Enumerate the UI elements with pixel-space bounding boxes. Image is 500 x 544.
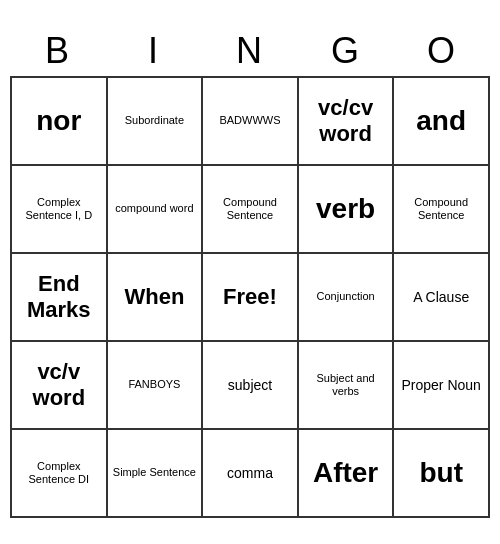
cell-text-r4-c4: but	[419, 456, 463, 490]
cell-r4-c3: After	[299, 430, 395, 518]
header-letter-i: I	[106, 26, 202, 76]
cell-r4-c0: Complex Sentence DI	[12, 430, 108, 518]
cell-r4-c1: Simple Sentence	[108, 430, 204, 518]
cell-text-r0-c1: Subordinate	[125, 114, 184, 127]
cell-r2-c3: Conjunction	[299, 254, 395, 342]
cell-r3-c0: vc/v word	[12, 342, 108, 430]
cell-text-r4-c2: comma	[227, 465, 273, 482]
cell-r4-c2: comma	[203, 430, 299, 518]
cell-r3-c1: FANBOYS	[108, 342, 204, 430]
bingo-card: BINGO norSubordinateBADWWWSvc/cv wordand…	[10, 26, 490, 518]
cell-r1-c0: Complex Sentence I, D	[12, 166, 108, 254]
cell-r3-c2: subject	[203, 342, 299, 430]
cell-r0-c1: Subordinate	[108, 78, 204, 166]
cell-text-r3-c2: subject	[228, 377, 272, 394]
header-letter-o: O	[394, 26, 490, 76]
cell-text-r3-c0: vc/v word	[16, 359, 102, 412]
cell-text-r0-c2: BADWWWS	[219, 114, 280, 127]
cell-text-r0-c4: and	[416, 104, 466, 138]
cell-text-r0-c0: nor	[36, 104, 81, 138]
cell-text-r4-c0: Complex Sentence DI	[16, 460, 102, 486]
cell-r0-c3: vc/cv word	[299, 78, 395, 166]
cell-text-r2-c2: Free!	[223, 284, 277, 310]
cell-text-r4-c3: After	[313, 456, 378, 490]
cell-text-r4-c1: Simple Sentence	[113, 466, 196, 479]
cell-text-r1-c4: Compound Sentence	[398, 196, 484, 222]
cell-r4-c4: but	[394, 430, 490, 518]
cell-text-r1-c1: compound word	[115, 202, 193, 215]
cell-r1-c4: Compound Sentence	[394, 166, 490, 254]
cell-r2-c0: End Marks	[12, 254, 108, 342]
cell-text-r3-c4: Proper Noun	[401, 377, 480, 394]
cell-text-r3-c3: Subject and verbs	[303, 372, 389, 398]
header-letter-b: B	[10, 26, 106, 76]
cell-text-r1-c0: Complex Sentence I, D	[16, 196, 102, 222]
cell-r0-c2: BADWWWS	[203, 78, 299, 166]
header-letter-n: N	[202, 26, 298, 76]
header-letter-g: G	[298, 26, 394, 76]
cell-r0-c0: nor	[12, 78, 108, 166]
cell-r0-c4: and	[394, 78, 490, 166]
cell-r1-c1: compound word	[108, 166, 204, 254]
cell-text-r1-c3: verb	[316, 192, 375, 226]
cell-r3-c3: Subject and verbs	[299, 342, 395, 430]
cell-r2-c4: A Clause	[394, 254, 490, 342]
cell-text-r2-c0: End Marks	[16, 271, 102, 324]
cell-r2-c2: Free!	[203, 254, 299, 342]
bingo-grid: norSubordinateBADWWWSvc/cv wordandComple…	[10, 76, 490, 518]
cell-text-r2-c4: A Clause	[413, 289, 469, 306]
cell-r1-c2: Compound Sentence	[203, 166, 299, 254]
cell-r2-c1: When	[108, 254, 204, 342]
cell-r1-c3: verb	[299, 166, 395, 254]
cell-r3-c4: Proper Noun	[394, 342, 490, 430]
cell-text-r1-c2: Compound Sentence	[207, 196, 293, 222]
cell-text-r3-c1: FANBOYS	[128, 378, 180, 391]
bingo-header: BINGO	[10, 26, 490, 76]
cell-text-r2-c3: Conjunction	[317, 290, 375, 303]
cell-text-r2-c1: When	[124, 284, 184, 310]
cell-text-r0-c3: vc/cv word	[303, 95, 389, 148]
